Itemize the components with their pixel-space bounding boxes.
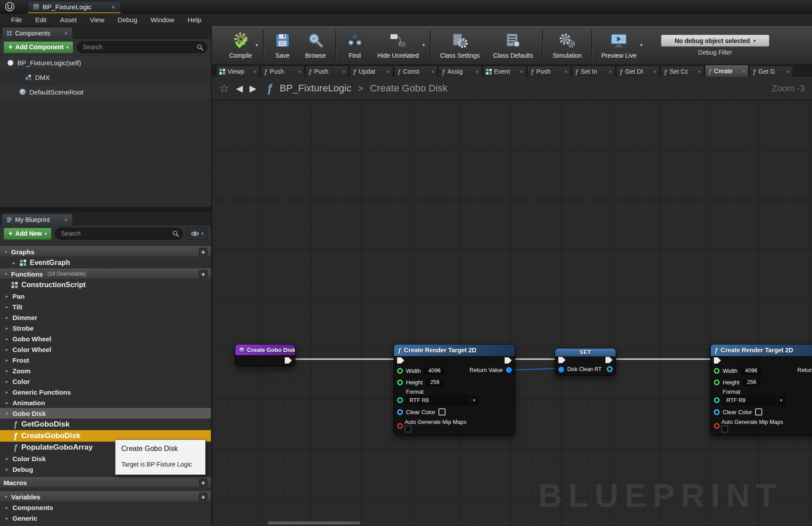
favorite-star-icon[interactable]: ☆ (219, 82, 229, 95)
graph-tab-create-active[interactable]: ƒCreate× (705, 65, 748, 77)
category-dimmer[interactable]: ▸Dimmer (0, 312, 211, 323)
hide-unrelated-options-dropdown[interactable]: ▾ (420, 26, 427, 64)
graph-tab-push-3[interactable]: ƒPush× (527, 66, 571, 77)
class-settings-button[interactable]: Class Settings (434, 26, 486, 64)
simulation-button[interactable]: Simulation (546, 26, 588, 64)
panel-splitter[interactable] (0, 207, 211, 212)
node-header[interactable]: Create Gobo Disk (235, 344, 295, 355)
section-graphs[interactable]: ▾ Graphs + (0, 246, 211, 257)
unreal-logo[interactable] (0, 0, 20, 13)
menu-window[interactable]: Window (144, 16, 181, 24)
close-icon[interactable]: × (609, 68, 612, 75)
graph-tab-update[interactable]: ƒUpdat× (350, 66, 393, 77)
menu-debug[interactable]: Debug (111, 16, 144, 24)
collapse-arrow-icon[interactable]: ▸ (4, 515, 9, 521)
collapse-arrow-icon[interactable]: ▸ (4, 347, 9, 352)
collapse-arrow-icon[interactable]: ▸ (4, 368, 9, 374)
node-header[interactable]: ƒ Create Render Target 2D (394, 344, 515, 356)
category-tilt[interactable]: ▸Tilt (0, 301, 211, 312)
close-icon[interactable]: × (475, 68, 479, 75)
debug-object-dropdown[interactable]: No debug object selected ▾ (661, 35, 769, 47)
clear-color-swatch[interactable] (438, 408, 446, 415)
collapse-arrow-icon[interactable]: ▸ (4, 505, 9, 510)
my-blueprint-search-input[interactable] (55, 228, 183, 240)
graph-tab-get-g[interactable]: ƒGet G× (749, 66, 793, 77)
graph-horizontal-scrollbar[interactable] (267, 521, 361, 525)
category-gobo-disk[interactable]: ▾Gobo Disk (0, 408, 211, 419)
breadcrumb-root[interactable]: BP_FixtureLogic (280, 83, 351, 94)
exec-out-pin[interactable] (605, 357, 613, 363)
exec-out-pin[interactable] (505, 357, 512, 364)
clear-color-swatch[interactable] (755, 408, 762, 415)
exec-out-pin[interactable] (285, 357, 292, 364)
width-pin[interactable] (397, 368, 403, 374)
node-header[interactable]: SET (555, 348, 616, 356)
item-get-gobo-disk[interactable]: ƒ GetGoboDisk (0, 419, 211, 430)
node-graph-canvas[interactable]: BLUEPRINT Create Gobo Disk ƒ Create Rend… (212, 100, 812, 526)
disk-clean-rt-out-pin[interactable] (607, 366, 613, 372)
add-variable-button[interactable]: + (199, 493, 207, 501)
component-row-scene-root[interactable]: DefaultSceneRoot (0, 85, 211, 99)
tab-components[interactable]: Components × (2, 27, 73, 39)
graph-tab-set-cc[interactable]: ƒSet Cc× (661, 66, 704, 77)
graph-tab-push-2[interactable]: ƒPush× (305, 66, 349, 77)
breadcrumb-current[interactable]: Create Gobo Disk (370, 83, 448, 94)
node-create-render-target-2d-1[interactable]: ƒ Create Render Target 2D Width 4096 Ret… (394, 344, 515, 435)
collapse-arrow-icon[interactable]: ▸ (4, 304, 9, 310)
close-icon[interactable]: × (342, 68, 346, 75)
return-value-pin[interactable] (506, 367, 512, 373)
category-color[interactable]: ▸Color (0, 376, 211, 387)
close-icon[interactable]: × (742, 68, 745, 75)
collapse-arrow-icon[interactable]: ▸ (4, 315, 9, 320)
add-component-button[interactable]: + Add Component ▾ (4, 41, 73, 53)
mipmaps-checkbox[interactable] (405, 426, 411, 432)
menu-asset[interactable]: Asset (53, 16, 84, 24)
close-icon[interactable]: × (111, 4, 115, 11)
class-defaults-button[interactable]: Class Defaults (486, 26, 540, 64)
category-gobo-wheel[interactable]: ▸Gobo Wheel (0, 333, 211, 344)
close-icon[interactable]: × (653, 68, 657, 75)
close-icon[interactable]: × (520, 68, 523, 75)
category-color-wheel[interactable]: ▸Color Wheel (0, 344, 211, 355)
close-icon[interactable]: × (253, 68, 257, 75)
graph-tab-set-in[interactable]: ƒSet In× (572, 66, 615, 77)
category-zoom[interactable]: ▸Zoom (0, 365, 211, 376)
menu-view[interactable]: View (84, 16, 111, 24)
find-button[interactable]: Find (339, 26, 371, 64)
width-input[interactable]: 4096 (424, 367, 445, 375)
hide-unrelated-button[interactable]: Hide Unrelated (371, 26, 426, 64)
collapse-arrow-icon[interactable]: ▸ (4, 379, 9, 384)
components-search-input[interactable] (77, 41, 207, 53)
disk-clean-rt-in-pin[interactable] (558, 367, 564, 372)
collapse-arrow-icon[interactable]: ▸ (12, 260, 16, 266)
graph-tab-get-di[interactable]: ƒGet DI× (616, 66, 660, 77)
exec-in-pin[interactable] (714, 357, 721, 364)
exec-in-pin[interactable] (558, 357, 565, 363)
close-icon[interactable]: × (697, 68, 701, 75)
menu-file[interactable]: File (4, 16, 28, 24)
node-header[interactable]: ƒ Create Render Target 2D (711, 344, 812, 356)
close-icon[interactable]: × (298, 68, 301, 75)
width-pin[interactable] (714, 368, 720, 374)
close-icon[interactable]: × (64, 30, 68, 37)
add-function-button[interactable]: + (199, 270, 207, 278)
browse-button[interactable]: Browse (299, 26, 333, 64)
collapse-arrow-icon[interactable]: ▸ (4, 389, 9, 395)
component-row-self[interactable]: BP_FixtureLogic(self) (0, 55, 211, 70)
format-pin[interactable] (397, 397, 403, 403)
collapse-arrow-icon[interactable]: ▸ (4, 467, 9, 472)
format-dropdown[interactable]: RTF R8 ▾ (723, 396, 785, 404)
item-construction-script[interactable]: ConstructionScript (0, 279, 211, 291)
section-macros[interactable]: Macros + (0, 477, 211, 488)
graph-tab-push-1[interactable]: ƒPush× (261, 66, 304, 77)
expand-arrow-icon[interactable]: ▾ (4, 494, 8, 500)
compile-options-dropdown[interactable]: ▾ (253, 26, 260, 64)
save-button[interactable]: Save (267, 26, 299, 64)
node-set-disk-clean-rt[interactable]: SET Disk Clean RT (555, 348, 616, 376)
graph-tab-const[interactable]: ƒConst× (394, 66, 438, 77)
height-pin[interactable] (714, 380, 720, 385)
category-param-data[interactable]: ▸Param Data (0, 523, 211, 526)
add-new-button[interactable]: + Add New ▾ (4, 228, 52, 240)
collapse-arrow-icon[interactable]: ▸ (4, 325, 9, 331)
category-generic-functions[interactable]: ▸Generic Functions (0, 387, 211, 397)
